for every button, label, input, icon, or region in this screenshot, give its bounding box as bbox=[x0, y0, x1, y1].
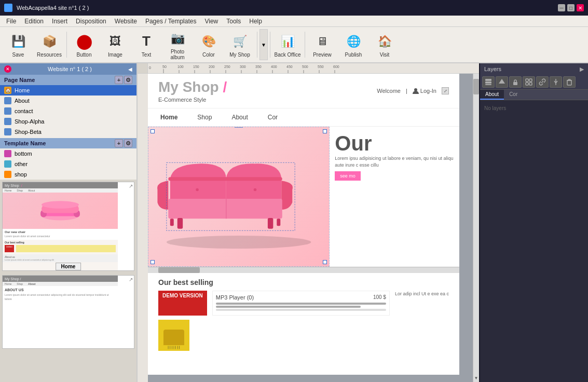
page-item-contact[interactable]: contact bbox=[0, 106, 136, 116]
layers-tool-grid[interactable] bbox=[523, 76, 535, 88]
text-label: Text bbox=[142, 52, 151, 58]
template-section-btns: + ⚙ bbox=[115, 139, 132, 147]
hero-lorem-text: Lorem ipsu adipisicing ut labore e venia… bbox=[335, 155, 454, 168]
nav-shop[interactable]: Shop bbox=[195, 113, 214, 122]
layers-tool-2[interactable] bbox=[496, 76, 508, 88]
maximize-button[interactable]: □ bbox=[567, 4, 575, 11]
menu-help[interactable]: Help bbox=[245, 17, 266, 26]
visit-icon: 🏠 bbox=[375, 32, 394, 51]
template-bottom-color bbox=[4, 150, 11, 157]
publish-label: Publish bbox=[345, 52, 362, 58]
visit-label: Visit bbox=[380, 52, 390, 58]
svg-rect-49 bbox=[513, 82, 517, 85]
handle-br bbox=[323, 260, 327, 264]
nav-cor[interactable]: Cor bbox=[266, 113, 280, 122]
svg-rect-47 bbox=[485, 84, 491, 85]
right-panel-collapse[interactable]: ▶ bbox=[580, 66, 584, 73]
page-item-home[interactable]: 🏠 Home bbox=[0, 85, 136, 96]
template-settings-button[interactable]: ⚙ bbox=[124, 139, 132, 147]
svg-text:50: 50 bbox=[162, 65, 167, 69]
menu-disposition[interactable]: Disposition bbox=[72, 17, 111, 26]
my-shop-button[interactable]: 🛒 My Shop bbox=[225, 29, 255, 61]
title-bar: WebAcappella4 site n°1 ( 2 ) ─ □ ✕ bbox=[0, 0, 588, 16]
svg-point-34 bbox=[167, 236, 311, 249]
menu-view[interactable]: View bbox=[200, 17, 222, 26]
close-button[interactable]: ✕ bbox=[577, 4, 584, 11]
template-list: bottom other shop bbox=[0, 148, 136, 180]
svg-rect-38 bbox=[177, 217, 183, 228]
nav-about[interactable]: About bbox=[229, 113, 250, 122]
template-shop-color bbox=[4, 171, 11, 178]
publish-button[interactable]: 🌐 Publish bbox=[338, 29, 368, 61]
page-settings-button[interactable]: ⚙ bbox=[124, 76, 132, 84]
color-icon: 🎨 bbox=[199, 32, 218, 51]
svg-rect-39 bbox=[268, 217, 273, 228]
nav-home[interactable]: Home bbox=[158, 113, 180, 122]
photo-album-button[interactable]: 📷 Photo album bbox=[162, 29, 193, 61]
template-item-shop[interactable]: shop bbox=[0, 169, 136, 180]
left-panel-title: Website n° 1 ( 2 ) bbox=[48, 66, 92, 72]
visit-button[interactable]: 🏠 Visit bbox=[370, 29, 400, 61]
add-page-button[interactable]: + bbox=[115, 76, 123, 84]
back-office-button[interactable]: 📊 Back Office bbox=[272, 29, 303, 61]
color-button[interactable]: 🎨 Color bbox=[194, 29, 224, 61]
canvas-scroll-v[interactable]: ▼ bbox=[473, 74, 479, 382]
thumb-about-image: My Shop / HomeShopAbout ABOUT US Lorem i… bbox=[3, 276, 118, 348]
menu-edition[interactable]: Edition bbox=[20, 17, 48, 26]
canvas-scroll-h[interactable] bbox=[148, 267, 459, 273]
resources-button[interactable]: 📦 Resources bbox=[34, 29, 64, 61]
svg-text:400: 400 bbox=[271, 65, 277, 69]
photo-album-icon: 📷 bbox=[168, 29, 187, 48]
svg-point-42 bbox=[196, 188, 199, 191]
button-tool-button[interactable]: ⬤ Button bbox=[69, 29, 99, 61]
menu-insert[interactable]: Insert bbox=[48, 17, 72, 26]
toolbar-more-button[interactable]: ▼ bbox=[259, 29, 268, 60]
template-item-other[interactable]: other bbox=[0, 159, 136, 169]
thumb-about-corner: ↗ bbox=[129, 277, 133, 282]
text-button[interactable]: T Text bbox=[131, 29, 161, 61]
collapse-button[interactable]: ◀ bbox=[128, 66, 132, 72]
resize-handle[interactable]: ⤢ bbox=[442, 87, 449, 94]
back-office-label: Back Office bbox=[275, 52, 301, 58]
layers-tool-lock[interactable] bbox=[509, 76, 522, 88]
web-canvas: My Shop / E-Commerce Style Welcome | Log… bbox=[148, 74, 459, 375]
tab-cor[interactable]: Cor bbox=[504, 90, 523, 100]
menu-pages-templates[interactable]: Pages / Templates bbox=[141, 17, 201, 26]
hero-image: ⛓ bbox=[148, 127, 330, 267]
template-section-header: Template Name + ⚙ bbox=[0, 138, 136, 148]
product-price: 100 $ bbox=[373, 294, 386, 301]
product-name: MP3 Player (0) bbox=[216, 294, 254, 301]
left-panel-close[interactable]: ✕ bbox=[4, 65, 11, 73]
page-item-shop-alpha[interactable]: Shop-Alpha bbox=[0, 116, 136, 127]
save-button[interactable]: 💾 Save bbox=[3, 29, 33, 61]
site-tagline: E-Commerce Style bbox=[158, 97, 227, 103]
page-item-about[interactable]: About bbox=[0, 96, 136, 106]
shop-alpha-page-icon bbox=[4, 118, 11, 125]
menu-website[interactable]: Website bbox=[111, 17, 141, 26]
preview-button[interactable]: 🖥 Preview bbox=[307, 29, 337, 61]
layers-tool-1[interactable] bbox=[482, 76, 495, 88]
svg-rect-32 bbox=[138, 74, 148, 382]
thumb-about[interactable]: My Shop / HomeShopAbout ABOUT US Lorem i… bbox=[2, 275, 134, 349]
home-page-icon: 🏠 bbox=[4, 87, 11, 94]
tab-about[interactable]: About bbox=[480, 90, 504, 100]
product-img-1: ||||||| bbox=[158, 320, 189, 351]
layers-tool-down[interactable] bbox=[550, 76, 562, 88]
page-item-shop-beta[interactable]: Shop-Beta bbox=[0, 127, 136, 137]
layers-tool-trash[interactable] bbox=[563, 76, 576, 88]
template-item-bottom[interactable]: bottom bbox=[0, 148, 136, 159]
best-selling-section: Our best selling DEMO VERSION MP3 Player… bbox=[148, 273, 459, 356]
canvas-content[interactable]: My Shop / E-Commerce Style Welcome | Log… bbox=[148, 74, 479, 382]
toolbar-separator-1 bbox=[66, 32, 67, 58]
canvas-area: 0 50 100 150 200 250 300 350 400 bbox=[138, 63, 479, 382]
menu-file[interactable]: File bbox=[2, 17, 20, 26]
scroll-down-arrow[interactable]: ▼ bbox=[473, 374, 479, 382]
thumb-home[interactable]: My Shop / HomeShopAbout bbox=[2, 182, 134, 271]
add-template-button[interactable]: + bbox=[115, 139, 123, 147]
layers-title: Layers bbox=[484, 66, 501, 72]
menu-tools[interactable]: Tools bbox=[222, 17, 245, 26]
minimize-button[interactable]: ─ bbox=[558, 4, 565, 11]
see-more-button[interactable]: see mo bbox=[335, 171, 361, 181]
layers-tool-link[interactable] bbox=[536, 76, 549, 88]
image-button[interactable]: 🖼 Image bbox=[100, 29, 130, 61]
